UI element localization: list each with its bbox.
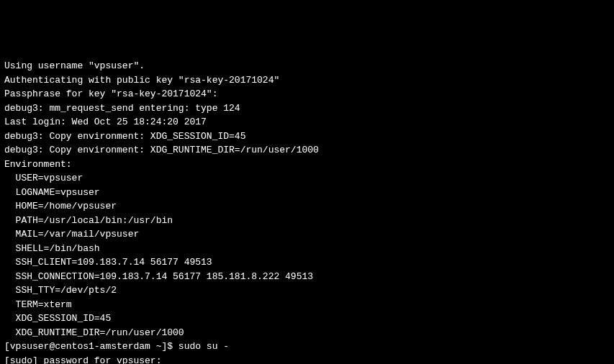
terminal-line: SSH_TTY=/dev/pts/2 [4,283,610,298]
terminal-line: Authenticating with public key "rsa-key-… [4,73,610,88]
terminal-line: PATH=/usr/local/bin:/usr/bin [4,214,610,228]
terminal-line: SHELL=/bin/bash [4,242,610,256]
terminal-line: SSH_CONNECTION=109.183.7.14 56177 185.18… [4,270,610,284]
terminal-line: TERM=xterm [4,298,610,312]
terminal-output[interactable]: Using username "vpsuser".Authenticating … [4,59,610,364]
terminal-line: XDG_SESSION_ID=45 [4,311,610,326]
terminal-line: debug3: Copy environment: XDG_SESSION_ID… [4,129,610,144]
terminal-line: [vpsuser@centos1-amsterdam ~]$ sudo su - [4,340,610,354]
terminal-line: HOME=/home/vpsuser [4,199,610,214]
terminal-line: Last login: Wed Oct 25 18:24:20 2017 [4,115,610,129]
terminal-line: USER=vpsuser [4,171,610,186]
terminal-line: debug3: Copy environment: XDG_RUNTIME_DI… [4,143,610,158]
terminal-line: MAIL=/var/mail/vpsuser [4,227,610,242]
terminal-line: LOGNAME=vpsuser [4,186,610,200]
terminal-line: [sudo] password for vpsuser: [4,354,610,365]
terminal-line: Environment: [4,158,610,172]
terminal-line: debug3: mm_request_send entering: type 1… [4,101,610,116]
terminal-line: SSH_CLIENT=109.183.7.14 56177 49513 [4,255,610,270]
terminal-line: Passphrase for key "rsa-key-20171024": [4,87,610,101]
terminal-line: XDG_RUNTIME_DIR=/run/user/1000 [4,326,610,340]
terminal-line: Using username "vpsuser". [4,59,610,73]
